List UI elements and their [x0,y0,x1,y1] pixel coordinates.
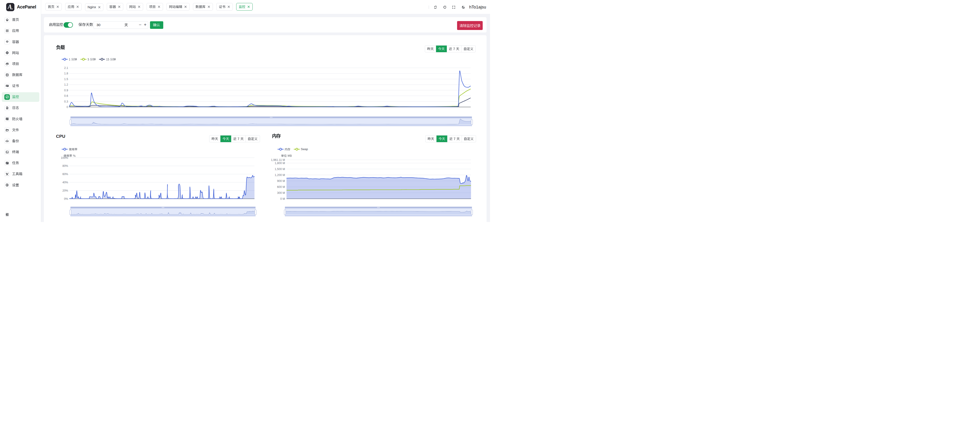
svg-text:20%: 20% [62,189,68,192]
svg-text:0 M: 0 M [280,197,285,201]
svg-text:100%: 100% [61,157,68,160]
svg-text:1,200 M: 1,200 M [275,174,285,177]
svg-text:1.2: 1.2 [64,83,68,86]
svg-text:2.1: 2.1 [64,66,68,70]
svg-text:0.6: 0.6 [64,94,68,97]
svg-text:1.8: 1.8 [64,72,68,75]
svg-text:1.5: 1.5 [64,78,68,81]
svg-text:1,961.11 M: 1,961.11 M [271,158,285,161]
svg-text:900 M: 900 M [277,179,285,183]
svg-text:0: 0 [67,105,68,109]
svg-text:60%: 60% [62,172,68,176]
svg-text:1,800 M: 1,800 M [275,161,285,165]
svg-text:0.9: 0.9 [64,89,68,92]
svg-text:0%: 0% [64,197,68,201]
svg-text:300 M: 300 M [277,191,285,195]
svg-text:0.3: 0.3 [64,100,68,103]
svg-text:1,500 M: 1,500 M [275,168,285,171]
svg-text:80%: 80% [62,165,68,168]
svg-text:40%: 40% [62,181,68,184]
svg-text:600 M: 600 M [277,185,285,188]
